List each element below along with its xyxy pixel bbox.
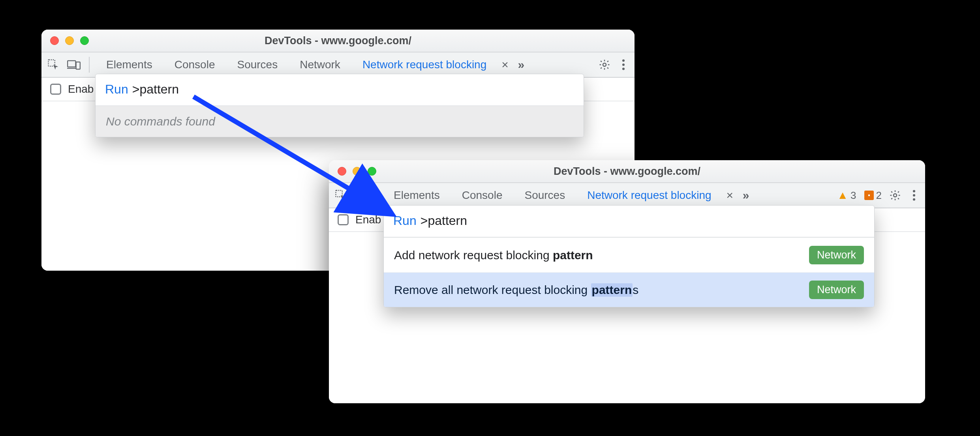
settings-icon[interactable] <box>886 187 904 204</box>
warning-triangle-icon: ▲ <box>837 190 848 201</box>
command-item-suffix: s <box>633 283 638 297</box>
window-titlebar: DevTools - www.google.com/ <box>329 160 925 183</box>
command-prefix-label: Run <box>105 82 128 97</box>
window-close-button[interactable] <box>338 167 346 176</box>
toolbar-divider <box>89 57 90 73</box>
window-title: DevTools - www.google.com/ <box>329 165 925 178</box>
enable-blocking-checkbox[interactable] <box>338 214 349 225</box>
command-item-text: Remove all network request blocking <box>394 283 591 297</box>
command-prefix-label: Run <box>393 213 417 228</box>
command-menu: Run >pattern Add network request blockin… <box>383 205 875 307</box>
more-tabs-icon[interactable]: » <box>737 187 755 204</box>
svg-point-14 <box>913 194 915 196</box>
tab-close-icon[interactable]: × <box>724 189 736 202</box>
window-minimize-button[interactable] <box>353 167 361 176</box>
svg-rect-3 <box>76 62 80 69</box>
settings-icon[interactable] <box>596 56 613 73</box>
kebab-menu-icon[interactable] <box>905 187 923 204</box>
tab-network-request-blocking[interactable]: Network request blocking <box>576 183 722 208</box>
svg-point-7 <box>622 67 625 70</box>
issues-flag-icon <box>864 191 874 200</box>
svg-point-5 <box>622 59 625 62</box>
svg-point-6 <box>622 64 625 66</box>
svg-point-15 <box>913 198 915 200</box>
panel-tabs: Elements Console Sources Network Network… <box>95 52 498 77</box>
tab-network[interactable]: Network <box>289 52 351 77</box>
enable-blocking-label: Enab <box>355 213 381 226</box>
devtools-toolbar: Elements Console Sources Network request… <box>329 183 925 208</box>
warnings-count[interactable]: ▲ 3 <box>834 189 859 202</box>
window-minimize-button[interactable] <box>65 36 74 45</box>
window-traffic-lights <box>329 167 376 176</box>
window-traffic-lights <box>41 36 89 45</box>
inspect-element-icon[interactable] <box>44 55 63 74</box>
command-menu-empty-state: No commands found <box>96 106 584 137</box>
svg-point-13 <box>913 190 915 192</box>
devtools-window-after: DevTools - www.google.com/ Elements Cons <box>329 160 925 403</box>
tab-console[interactable]: Console <box>451 183 514 208</box>
kebab-menu-icon[interactable] <box>615 56 632 73</box>
device-toggle-icon[interactable] <box>352 186 371 205</box>
device-toggle-icon[interactable] <box>64 55 83 74</box>
command-menu: Run >pattern No commands found <box>95 74 584 137</box>
window-zoom-button[interactable] <box>368 167 376 176</box>
enable-blocking-checkbox[interactable] <box>50 84 61 95</box>
tab-close-icon[interactable]: × <box>499 58 511 71</box>
issues-count[interactable]: 2 <box>861 189 885 202</box>
svg-point-4 <box>603 63 606 66</box>
svg-rect-9 <box>355 191 363 198</box>
tab-sources[interactable]: Sources <box>226 52 289 77</box>
tab-network-request-blocking[interactable]: Network request blocking <box>351 52 498 77</box>
command-item-remove-all-patterns[interactable]: Remove all network request blocking patt… <box>384 272 874 307</box>
command-item-match: pattern <box>553 249 593 262</box>
more-tabs-icon[interactable]: » <box>513 56 530 73</box>
svg-point-12 <box>894 194 897 197</box>
tab-console[interactable]: Console <box>163 52 226 77</box>
command-menu-input[interactable]: Run >pattern <box>384 206 874 238</box>
command-category-badge: Network <box>809 246 864 264</box>
issues-count-value: 2 <box>876 189 882 202</box>
panel-tabs: Elements Console Sources Network request… <box>383 183 723 208</box>
toolbar-divider <box>376 187 377 203</box>
command-query-text: >pattern <box>421 213 467 228</box>
command-item-text: Add network request blocking <box>394 249 553 262</box>
tab-elements[interactable]: Elements <box>383 183 451 208</box>
inspect-element-icon[interactable] <box>331 186 350 205</box>
svg-rect-11 <box>364 193 368 200</box>
window-close-button[interactable] <box>50 36 59 45</box>
enable-blocking-label: Enab <box>68 83 94 95</box>
command-item-match: pattern <box>591 283 633 297</box>
svg-rect-1 <box>68 61 75 67</box>
warnings-count-value: 3 <box>850 189 856 202</box>
command-category-badge: Network <box>809 281 864 299</box>
command-menu-input[interactable]: Run >pattern <box>96 74 584 106</box>
window-title: DevTools - www.google.com/ <box>41 35 635 47</box>
window-titlebar: DevTools - www.google.com/ <box>41 30 635 52</box>
window-zoom-button[interactable] <box>80 36 89 45</box>
command-item-add-pattern[interactable]: Add network request blocking pattern Net… <box>384 238 874 272</box>
tab-elements[interactable]: Elements <box>95 52 163 77</box>
command-query-text: >pattern <box>132 82 179 97</box>
tab-sources[interactable]: Sources <box>513 183 576 208</box>
